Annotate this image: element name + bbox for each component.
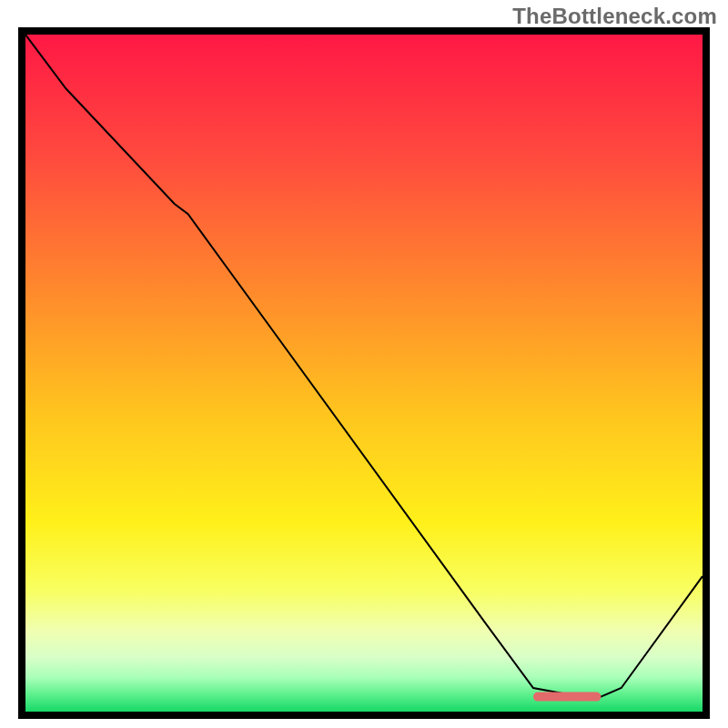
optimal-range-marker (533, 693, 601, 702)
watermark-text: TheBottleneck.com (512, 4, 717, 29)
plot-area (25, 35, 703, 712)
plot-border (18, 27, 710, 719)
gradient-background (25, 35, 703, 712)
chart-frame: TheBottleneck.com (0, 0, 728, 728)
chart-svg (25, 35, 703, 712)
